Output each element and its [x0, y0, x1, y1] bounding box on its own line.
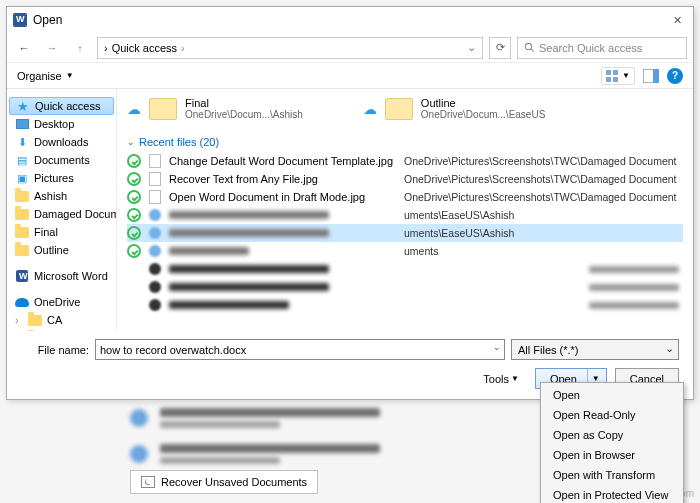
sidebar: ★Quick access Desktop ⬇Downloads ▤Docume…	[7, 89, 117, 331]
ctx-open-in-browser[interactable]: Open in Browser	[543, 445, 681, 465]
file-type-filter[interactable]: All Files (*.*)	[511, 339, 679, 360]
toolbar: Organise ▼ ▼ ?	[7, 63, 693, 89]
sidebar-item-msword[interactable]: Microsoft Word	[7, 267, 116, 285]
back-button[interactable]: ←	[13, 37, 35, 59]
file-row[interactable]: Open Word Document in Draft Mode.jpgOneD…	[127, 188, 683, 206]
file-path: uments	[404, 245, 679, 257]
folder-thumb-icon	[149, 98, 177, 120]
svg-rect-4	[606, 77, 611, 82]
forward-button[interactable]: →	[41, 37, 63, 59]
preview-pane-button[interactable]	[643, 69, 659, 83]
sidebar-item-damaged[interactable]: Damaged Docum	[7, 205, 116, 223]
filter-label: All Files (*.*)	[518, 344, 579, 356]
svg-line-1	[531, 49, 534, 52]
ctx-open[interactable]: Open	[543, 385, 681, 405]
sidebar-item-label: Final	[34, 226, 58, 238]
sidebar-item-quick-access[interactable]: ★Quick access	[9, 97, 114, 115]
svg-rect-7	[653, 69, 659, 83]
sidebar-item-label: Quick access	[35, 100, 100, 112]
refresh-button[interactable]: ⟳	[489, 37, 511, 59]
search-icon	[524, 42, 535, 53]
pinned-item-outline[interactable]: ☁ Outline OneDrive\Docum...\EaseUS	[363, 97, 546, 120]
folder-icon	[28, 315, 42, 326]
file-row-blurred[interactable]	[127, 278, 683, 296]
blurred-icon	[149, 227, 161, 239]
file-path: OneDrive\Pictures\Screenshots\TWC\Damage…	[404, 173, 679, 185]
blurred-filename	[169, 247, 249, 255]
sidebar-item-ashish[interactable]: Ashish	[7, 187, 116, 205]
folder-icon	[15, 191, 29, 202]
pictures-icon: ▣	[15, 171, 29, 185]
file-row-blurred[interactable]	[127, 260, 683, 278]
titlebar: Open ✕	[7, 7, 693, 33]
sidebar-item-ca[interactable]: ›CA	[7, 311, 116, 329]
nav-bar: ← → ↑ › Quick access › ⌄ ⟳ Search Quick …	[7, 33, 693, 63]
svg-rect-2	[606, 70, 611, 75]
file-row[interactable]: Recover Text from Any File.jpgOneDrive\P…	[127, 170, 683, 188]
file-name: Open Word Document in Draft Mode.jpg	[169, 191, 396, 203]
view-options-button[interactable]: ▼	[601, 67, 635, 85]
sidebar-item-outline[interactable]: Outline	[7, 241, 116, 259]
sync-status-icon	[127, 172, 141, 186]
svg-rect-5	[613, 77, 618, 82]
sidebar-item-desktop[interactable]: Desktop	[7, 115, 116, 133]
sidebar-item-downloads[interactable]: ⬇Downloads	[7, 133, 116, 151]
blurred-filename	[169, 211, 329, 219]
address-dropdown-icon[interactable]: ⌄	[467, 41, 476, 54]
file-row-blurred[interactable]	[127, 296, 683, 314]
address-bar[interactable]: › Quick access › ⌄	[97, 37, 483, 59]
sidebar-item-onedrive[interactable]: OneDrive	[7, 293, 116, 311]
sidebar-item-label: Ashish	[34, 190, 67, 202]
sidebar-item-label: Damaged Docum	[34, 208, 116, 220]
sidebar-item-label: Documents	[34, 154, 90, 166]
tools-menu[interactable]: Tools ▼	[483, 373, 519, 385]
file-name: Recover Text from Any File.jpg	[169, 173, 396, 185]
recover-unsaved-button[interactable]: Recover Unsaved Documents	[130, 470, 318, 494]
sidebar-item-final[interactable]: Final	[7, 223, 116, 241]
close-button[interactable]: ✕	[667, 10, 687, 30]
sidebar-item-label: OneDrive	[34, 296, 80, 308]
ctx-open-as-copy[interactable]: Open as Copy	[543, 425, 681, 445]
ctx-open-with-transform[interactable]: Open with Transform	[543, 465, 681, 485]
address-segment[interactable]: Quick access	[112, 42, 177, 54]
blurred-icon	[149, 245, 161, 257]
sidebar-item-label: Outline	[34, 244, 69, 256]
file-path: OneDrive\Pictures\Screenshots\TWC\Damage…	[404, 191, 679, 203]
file-row-blurred[interactable]: uments	[127, 242, 683, 260]
file-row-blurred[interactable]: uments\EaseUS\Ashish	[127, 206, 683, 224]
sidebar-item-documents[interactable]: ▤Documents	[7, 151, 116, 169]
sync-status-icon	[127, 154, 141, 168]
blurred-filename	[169, 283, 329, 291]
desktop-icon	[16, 119, 29, 129]
blurred-icon	[149, 263, 161, 275]
pinned-row: ☁ Final OneDrive\Docum...\Ashish ☁ Outli…	[127, 97, 683, 120]
file-row[interactable]: Change Default Word Document Template.jp…	[127, 152, 683, 170]
organise-label: Organise	[17, 70, 62, 82]
chevron-down-icon: ▼	[66, 71, 74, 80]
documents-icon: ▤	[15, 153, 29, 167]
pinned-title: Outline	[421, 97, 546, 109]
up-button[interactable]: ↑	[69, 37, 91, 59]
open-dropdown-menu: Open Open Read-Only Open as Copy Open in…	[540, 382, 684, 503]
word-app-icon	[16, 270, 28, 282]
blurred-icon	[149, 299, 161, 311]
ctx-open-read-only[interactable]: Open Read-Only	[543, 405, 681, 425]
word-app-icon	[13, 13, 27, 27]
blurred-icon	[149, 281, 161, 293]
pinned-item-final[interactable]: ☁ Final OneDrive\Docum...\Ashish	[127, 97, 303, 120]
search-placeholder: Search Quick access	[539, 42, 642, 54]
file-row-blurred-selected[interactable]: uments\EaseUS\Ashish	[127, 224, 683, 242]
recent-group-header[interactable]: ⌄ Recent files (20)	[127, 136, 683, 148]
help-button[interactable]: ?	[667, 68, 683, 84]
sidebar-item-pictures[interactable]: ▣Pictures	[7, 169, 116, 187]
ctx-open-protected-view[interactable]: Open in Protected View	[543, 485, 681, 503]
svg-rect-3	[613, 70, 618, 75]
address-sep-icon: ›	[181, 42, 185, 54]
filename-dropdown-icon[interactable]: ⌄	[493, 342, 501, 352]
organise-menu[interactable]: Organise ▼	[17, 70, 74, 82]
cloud-icon: ☁	[363, 101, 377, 117]
address-caret-icon: ›	[104, 42, 108, 54]
search-input[interactable]: Search Quick access	[517, 37, 687, 59]
filename-input[interactable]	[95, 339, 505, 360]
tree-expand-icon[interactable]: ›	[15, 314, 23, 326]
